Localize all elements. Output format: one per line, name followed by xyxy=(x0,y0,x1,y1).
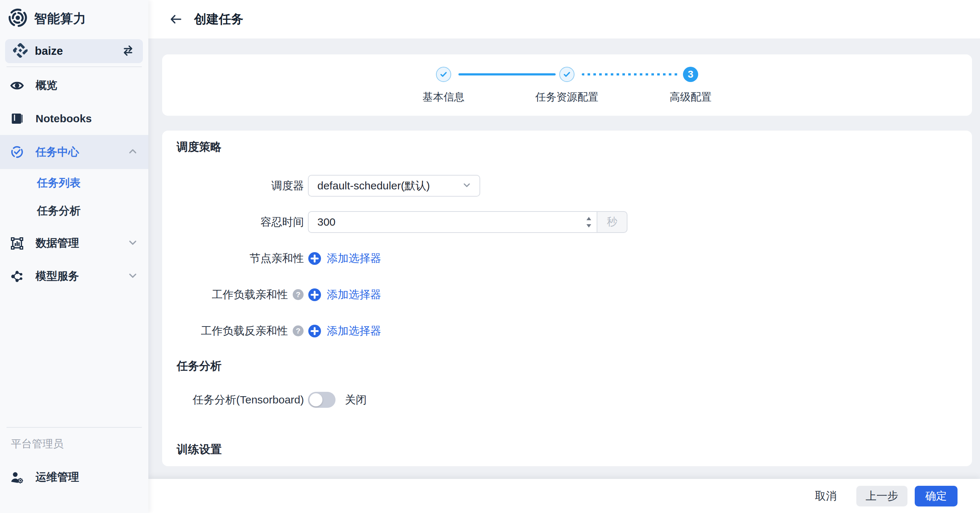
tensorboard-toggle[interactable] xyxy=(308,392,336,408)
toleration-label: 容忍时间 xyxy=(177,215,304,229)
sidebar-item-notebooks[interactable]: Notebooks xyxy=(0,102,148,135)
section-scheduling-heading: 调度策略 xyxy=(177,139,222,155)
help-icon[interactable]: ? xyxy=(292,325,304,337)
section-analysis-heading: 任务分析 xyxy=(177,358,222,374)
toleration-row: 容忍时间 300 秒 xyxy=(177,211,958,233)
sidebar-item-ops-management[interactable]: 运维管理 xyxy=(0,461,148,494)
sidebar-section-label: 平台管理员 xyxy=(11,437,64,451)
dataset-icon xyxy=(10,237,24,250)
workload-affinity-row: 工作负载亲和性 ? 添加选择器 xyxy=(177,284,958,306)
sidebar-item-label: 模型服务 xyxy=(35,269,79,284)
sidebar-item-model-service[interactable]: 模型服务 xyxy=(0,260,148,293)
sidebar-divider xyxy=(6,427,142,428)
tensorboard-row: 任务分析(Tensorboard) 关闭 xyxy=(177,389,958,411)
sidebar: 智能算力 baize xyxy=(0,0,148,513)
node-affinity-row: 节点亲和性 添加选择器 xyxy=(177,247,958,269)
chevron-down-icon[interactable] xyxy=(127,270,138,283)
workload-anti-affinity-label: 工作负载反亲和性 xyxy=(201,323,288,338)
sidebar-item-data-management[interactable]: 数据管理 xyxy=(0,227,148,260)
stepper-card: 3 基本信息 任务资源配置 高级配置 xyxy=(162,54,972,116)
sidebar-item-label: 数据管理 xyxy=(35,236,79,251)
scheduler-select[interactable]: default-scheduler(默认) xyxy=(308,175,480,197)
add-workload-selector-link[interactable]: 添加选择器 xyxy=(308,287,381,302)
content-area: 3 基本信息 任务资源配置 高级配置 调度策略 调度器 default-sche… xyxy=(148,38,980,479)
eye-icon xyxy=(10,79,24,92)
tensorboard-label: 任务分析(Tensorboard) xyxy=(177,392,304,408)
toleration-value: 300 xyxy=(317,216,586,228)
sidebar-item-label: 运维管理 xyxy=(35,470,79,485)
sidebar-item-overview[interactable]: 概览 xyxy=(0,69,148,102)
plus-circle-icon xyxy=(308,324,321,338)
step-1-done-icon xyxy=(436,67,451,82)
unit-addon: 秒 xyxy=(597,211,627,233)
chevron-down-icon[interactable] xyxy=(127,237,138,250)
add-selector-text: 添加选择器 xyxy=(327,323,381,338)
select-chevron-down-icon xyxy=(461,180,472,192)
section-training-heading: 训练设置 xyxy=(177,442,222,457)
scheduler-label: 调度器 xyxy=(177,178,304,193)
app-title: 智能算力 xyxy=(34,10,86,27)
model-service-icon xyxy=(10,269,24,284)
sidebar-nav: 概览 Notebooks 任务中心 xyxy=(0,69,148,293)
app-logo: 智能算力 xyxy=(8,8,86,29)
step-3-badge: 3 xyxy=(683,67,698,82)
sidebar-subitem-label: 任务列表 xyxy=(37,175,81,190)
svg-text:?: ? xyxy=(296,327,301,335)
sidebar-item-task-center[interactable]: 任务中心 xyxy=(0,135,148,169)
sidebar-item-label: Notebooks xyxy=(35,113,92,125)
step-1-label: 基本信息 xyxy=(423,90,465,105)
scheduler-select-value: default-scheduler(默认) xyxy=(317,178,461,193)
add-anti-affinity-selector-link[interactable]: 添加选择器 xyxy=(308,323,381,338)
switch-workspace-icon[interactable] xyxy=(121,43,135,59)
stepper-down-icon xyxy=(586,224,592,228)
footer-bar: 取消 上一步 确定 xyxy=(148,479,980,513)
notebook-icon xyxy=(10,112,24,126)
page-header: 创建任务 xyxy=(148,0,980,38)
chevron-up-icon[interactable] xyxy=(127,146,138,158)
sidebar-item-task-list[interactable]: 任务列表 xyxy=(0,169,148,197)
task-center-icon xyxy=(10,145,24,159)
step-2-label: 任务资源配置 xyxy=(535,90,598,105)
workload-anti-affinity-row: 工作负载反亲和性 ? 添加选择器 xyxy=(177,320,958,342)
sidebar-item-label: 概览 xyxy=(35,78,57,93)
svg-text:?: ? xyxy=(296,290,301,299)
tensorboard-state-text: 关闭 xyxy=(345,392,367,408)
step-connector-solid xyxy=(458,73,556,75)
back-arrow-icon[interactable] xyxy=(169,12,183,27)
stepper-up-icon xyxy=(586,217,592,221)
workspace-name: baize xyxy=(35,45,121,58)
workload-affinity-label: 工作负载亲和性 xyxy=(212,287,288,302)
workspace-icon xyxy=(13,43,27,59)
help-icon[interactable]: ? xyxy=(292,289,304,300)
app-logo-icon xyxy=(8,8,27,29)
sidebar-divider xyxy=(6,66,142,67)
step-connector-dotted xyxy=(582,73,679,75)
prev-step-button[interactable]: 上一步 xyxy=(856,486,907,507)
node-affinity-label: 节点亲和性 xyxy=(177,251,304,266)
sidebar-item-task-analysis[interactable]: 任务分析 xyxy=(0,197,148,225)
toleration-input[interactable]: 300 xyxy=(308,211,597,233)
sidebar-item-label: 任务中心 xyxy=(35,145,79,159)
toggle-knob xyxy=(309,393,323,406)
scheduler-row: 调度器 default-scheduler(默认) xyxy=(177,175,958,197)
page-title: 创建任务 xyxy=(194,11,243,27)
sidebar-subitem-label: 任务分析 xyxy=(37,204,81,218)
workspace-switcher[interactable]: baize xyxy=(5,39,143,63)
confirm-button[interactable]: 确定 xyxy=(915,486,958,507)
step-2-done-icon xyxy=(559,67,574,82)
admin-user-icon xyxy=(10,470,24,484)
add-selector-text: 添加选择器 xyxy=(327,287,381,302)
add-node-selector-link[interactable]: 添加选择器 xyxy=(308,251,381,266)
number-stepper[interactable] xyxy=(586,217,592,228)
plus-circle-icon xyxy=(308,288,321,301)
form-card: 调度策略 调度器 default-scheduler(默认) 容忍时间 300 xyxy=(162,131,972,466)
plus-circle-icon xyxy=(308,252,321,265)
add-selector-text: 添加选择器 xyxy=(327,251,381,266)
cancel-button[interactable]: 取消 xyxy=(811,486,840,507)
step-3-label: 高级配置 xyxy=(670,90,712,105)
